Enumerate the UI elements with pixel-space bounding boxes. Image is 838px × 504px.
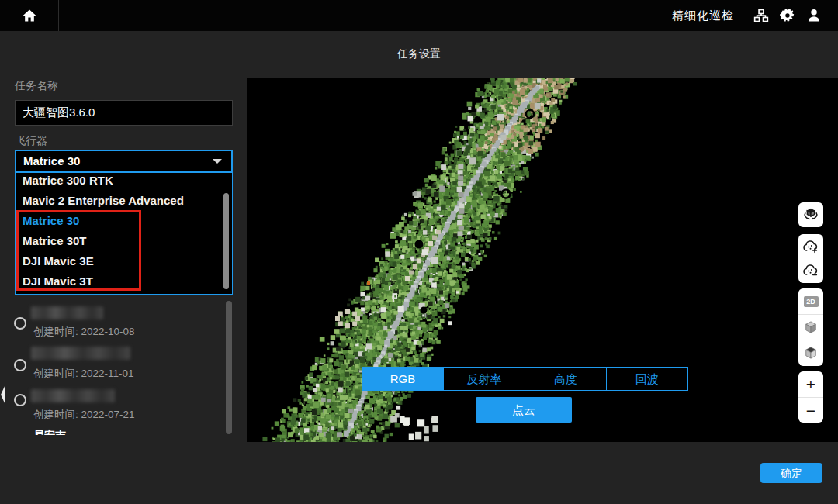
task-name-input[interactable]	[15, 100, 233, 126]
user-button[interactable]	[805, 7, 822, 24]
cloud-points-add-icon	[802, 238, 819, 255]
gear-icon	[780, 8, 795, 23]
point-cloud-button[interactable]: 点云	[476, 397, 572, 423]
mode-button-reflectivity[interactable]: 反射率	[443, 367, 525, 391]
sitemap-button[interactable]	[753, 7, 770, 24]
sitemap-icon	[753, 8, 769, 23]
task-created-3: 创建时间: 2022-07-21	[33, 408, 135, 422]
aircraft-dropdown-list: Matrice 300 RTK Mavic 2 Enterprise Advan…	[15, 172, 233, 295]
home-icon	[22, 8, 37, 23]
view-cube-light-button[interactable]	[798, 314, 823, 340]
dropdown-option-matrice-30[interactable]: Matrice 30	[16, 211, 232, 231]
home-button[interactable]	[0, 0, 59, 31]
render-mode-group: RGB 反射率 高度 回波	[362, 367, 688, 391]
aircraft-select[interactable]: Matrice 30	[15, 150, 233, 172]
cloud-add-points-button[interactable]	[798, 234, 823, 258]
top-bar: 精细化巡检	[0, 0, 838, 31]
settings-button[interactable]	[779, 7, 796, 24]
task-created-2: 创建时间: 2022-11-01	[33, 367, 134, 381]
app-title: 精细化巡检	[672, 9, 734, 23]
dropdown-option-mavic-2-enterprise-advanced[interactable]: Mavic 2 Enterprise Advanced	[16, 191, 232, 211]
dropdown-option-matrice-30t[interactable]: Matrice 30T	[16, 231, 232, 251]
dropdown-scrollbar[interactable]	[223, 193, 229, 289]
orbit-cube-icon	[802, 206, 819, 223]
confirm-button[interactable]: 确定	[760, 463, 822, 483]
task-name-redacted-2	[31, 347, 130, 360]
orbit-3d-button[interactable]	[798, 202, 823, 227]
mode-button-echo[interactable]: 回波	[606, 367, 688, 391]
toolgroup-orbit	[798, 202, 823, 227]
task-name-redacted-1	[31, 306, 103, 319]
zoom-in-button[interactable]: +	[798, 371, 823, 397]
plus-icon: +	[806, 376, 815, 392]
dropdown-option-dji-mavic-3e[interactable]: DJI Mavic 3E	[16, 251, 232, 271]
task-created-1: 创建时间: 2022-10-08	[33, 325, 135, 339]
task-name-clipped: 易安志	[33, 429, 126, 435]
task-radio-3[interactable]	[14, 394, 26, 406]
toolgroup-zoom: + −	[798, 371, 823, 423]
2d-badge-icon: 2D	[804, 296, 819, 307]
minus-icon: −	[806, 402, 815, 419]
toolgroup-cloud	[798, 234, 823, 283]
dropdown-option-dji-mavic-3t[interactable]: DJI Mavic 3T	[16, 271, 232, 292]
task-name-label: 任务名称	[15, 79, 58, 93]
toolgroup-view: 2D	[798, 288, 823, 366]
panel-scrollbar[interactable]	[226, 301, 232, 434]
mode-button-rgb[interactable]: RGB	[362, 367, 444, 391]
page-title: 任务设置	[0, 47, 838, 61]
dropdown-option-matrice-300-rtk[interactable]: Matrice 300 RTK	[16, 172, 232, 191]
zoom-out-button[interactable]: −	[798, 397, 823, 423]
cloud-points-minus-icon	[802, 262, 819, 279]
task-radio-2[interactable]	[14, 359, 26, 371]
user-icon	[806, 8, 822, 23]
aircraft-selected-value: Matrice 30	[23, 154, 80, 167]
cloud-remove-points-button[interactable]	[798, 258, 823, 283]
aircraft-label: 飞行器	[15, 134, 47, 148]
cube-dark-icon	[803, 345, 819, 361]
task-radio-1[interactable]	[14, 317, 26, 330]
panel-collapse-handle[interactable]	[0, 385, 5, 405]
mode-button-height[interactable]: 高度	[525, 367, 607, 391]
task-name-redacted-3	[31, 389, 115, 402]
view-2d-button[interactable]: 2D	[798, 288, 823, 314]
cube-light-icon	[803, 319, 819, 335]
chevron-down-icon	[213, 159, 222, 164]
view-cube-dark-button[interactable]	[798, 340, 823, 365]
